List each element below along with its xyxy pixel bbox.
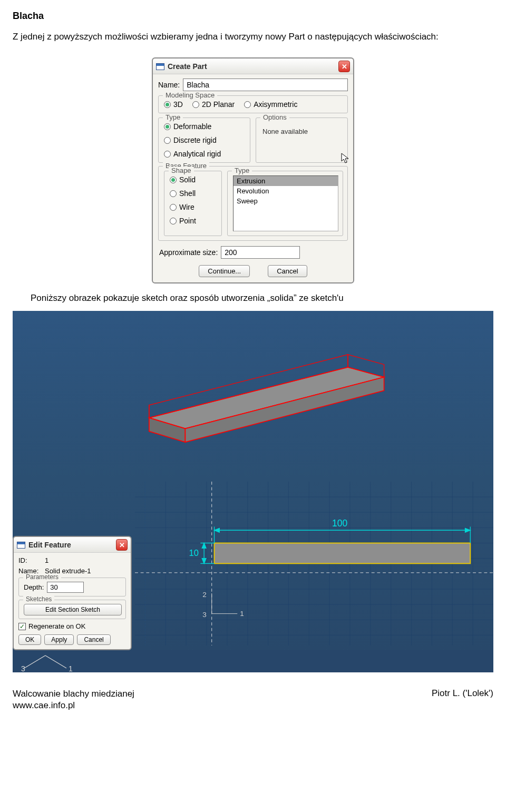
name-input[interactable] bbox=[183, 79, 348, 91]
approx-size-label: Approximate size: bbox=[159, 248, 218, 257]
svg-line-50 bbox=[45, 656, 66, 668]
type-legend: Type bbox=[163, 113, 183, 121]
radio-dot-icon bbox=[164, 137, 171, 144]
dim-height: 10 bbox=[189, 548, 199, 557]
radio-dot-icon bbox=[170, 190, 177, 197]
radio-dot-icon bbox=[164, 151, 171, 158]
window-icon bbox=[17, 542, 25, 549]
sketch-canvas: 100 10 2 3 1 bbox=[135, 482, 493, 650]
list-item[interactable]: Sweep bbox=[233, 196, 338, 206]
modeling-space-group: Modeling Space 3D 2D Planar Axisymmetric bbox=[158, 95, 348, 113]
footer-author: Piotr L. ('Lolek') bbox=[432, 688, 493, 711]
radio-shell[interactable]: Shell bbox=[170, 189, 217, 198]
type-group: Type Deformable Discrete rigid Analytica… bbox=[158, 118, 250, 163]
titlebar: Edit Feature ✕ bbox=[14, 537, 131, 553]
radio-dot-icon bbox=[164, 101, 171, 108]
base-type-legend: Type bbox=[232, 167, 252, 174]
options-group: Options None available bbox=[256, 118, 348, 163]
cancel-button[interactable]: Cancel bbox=[77, 634, 110, 645]
sketches-group: Sketches Edit Section Sketch bbox=[18, 600, 126, 619]
list-item[interactable]: Extrusion bbox=[233, 176, 338, 186]
parameters-group: Parameters Depth: bbox=[18, 578, 126, 596]
radio-dot-icon bbox=[164, 123, 171, 130]
apply-button[interactable]: Apply bbox=[44, 634, 74, 645]
titlebar: Create Part ✕ bbox=[153, 58, 353, 74]
svg-text:1: 1 bbox=[69, 664, 73, 672]
shape-group: Shape Solid Shell Wire Point bbox=[164, 171, 222, 236]
radio-3d[interactable]: 3D bbox=[164, 100, 183, 109]
dim-width: 100 bbox=[332, 518, 347, 529]
parameters-legend: Parameters bbox=[23, 573, 61, 581]
cursor-icon bbox=[340, 152, 350, 165]
base-type-group: Type Extrusion Revolution Sweep bbox=[227, 171, 343, 236]
footer-link[interactable]: www.cae.info.pl bbox=[13, 700, 75, 710]
shape-legend: Shape bbox=[169, 167, 194, 174]
page-footer: Walcowanie blachy miedzianej www.cae.inf… bbox=[13, 688, 493, 711]
axis-tick: 3 bbox=[202, 611, 207, 619]
id-value: 1 bbox=[45, 556, 48, 564]
options-legend: Options bbox=[260, 113, 289, 121]
window-icon bbox=[156, 63, 164, 70]
extruded-solid-icon bbox=[95, 343, 411, 448]
ok-button[interactable]: OK bbox=[18, 634, 41, 645]
modeling-space-legend: Modeling Space bbox=[163, 91, 217, 99]
close-icon[interactable]: ✕ bbox=[338, 61, 350, 72]
base-type-listbox[interactable]: Extrusion Revolution Sweep bbox=[233, 175, 338, 231]
radio-point[interactable]: Point bbox=[170, 217, 217, 225]
depth-label: Depth: bbox=[24, 583, 44, 591]
radio-dot-icon bbox=[170, 218, 177, 224]
radio-analytical-rigid[interactable]: Analytical rigid bbox=[164, 150, 246, 158]
solid-preview bbox=[13, 311, 493, 480]
regenerate-checkbox[interactable]: ✓ bbox=[18, 623, 26, 630]
list-item[interactable]: Revolution bbox=[233, 186, 338, 196]
continue-button[interactable]: Continue... bbox=[199, 265, 250, 277]
dialog-title: Edit Feature bbox=[28, 541, 71, 549]
svg-marker-39 bbox=[465, 528, 471, 532]
footer-line-1: Walcowanie blachy miedzianej bbox=[13, 688, 134, 700]
sketches-legend: Sketches bbox=[23, 595, 54, 603]
edit-section-sketch-button[interactable]: Edit Section Sketch bbox=[24, 604, 122, 615]
svg-marker-44 bbox=[202, 559, 206, 564]
svg-text:3: 3 bbox=[21, 664, 25, 672]
dialog-title: Create Part bbox=[168, 62, 207, 71]
radio-dot-icon bbox=[170, 177, 177, 183]
id-label: ID: bbox=[18, 556, 42, 564]
radio-deformable[interactable]: Deformable bbox=[164, 122, 246, 131]
radio-dot-icon bbox=[244, 101, 251, 108]
doc-para-1: Z jednej z powyższych możliwości wzbiera… bbox=[13, 31, 493, 43]
create-part-dialog: Create Part ✕ Name: Modeling Space 3D 2D… bbox=[152, 57, 354, 283]
radio-dot-icon bbox=[192, 101, 199, 108]
svg-line-49 bbox=[24, 656, 45, 668]
svg-marker-43 bbox=[202, 543, 206, 549]
options-none-text: None available bbox=[261, 122, 343, 135]
cancel-button[interactable]: Cancel bbox=[268, 265, 307, 277]
depth-input[interactable] bbox=[47, 582, 84, 593]
radio-axisymmetric[interactable]: Axisymmetric bbox=[244, 100, 297, 109]
radio-dot-icon bbox=[170, 204, 177, 211]
edit-feature-dialog: Edit Feature ✕ ID:1 Name:Solid extrude-1… bbox=[13, 536, 132, 650]
close-icon[interactable]: ✕ bbox=[116, 539, 128, 551]
svg-rect-36 bbox=[215, 543, 471, 564]
radio-wire[interactable]: Wire bbox=[170, 203, 217, 211]
approx-size-input[interactable] bbox=[221, 246, 300, 259]
regenerate-label: Regenerate on OK bbox=[28, 622, 85, 630]
base-feature-group: Base Feature Shape Solid Shell Wire Poin… bbox=[158, 166, 348, 241]
radio-2d-planar[interactable]: 2D Planar bbox=[192, 100, 235, 109]
axis-tick: 1 bbox=[240, 610, 244, 618]
radio-solid[interactable]: Solid bbox=[170, 175, 217, 184]
name-label: Name: bbox=[158, 81, 180, 89]
axis-tick: 2 bbox=[202, 591, 207, 599]
view-triad-icon: 3 1 bbox=[14, 650, 98, 672]
doc-para-2: Poniższy obrazek pokazuje sketch oraz sp… bbox=[31, 293, 493, 304]
svg-marker-38 bbox=[215, 528, 220, 532]
doc-title: Blacha bbox=[13, 11, 493, 22]
radio-discrete-rigid[interactable]: Discrete rigid bbox=[164, 136, 246, 144]
